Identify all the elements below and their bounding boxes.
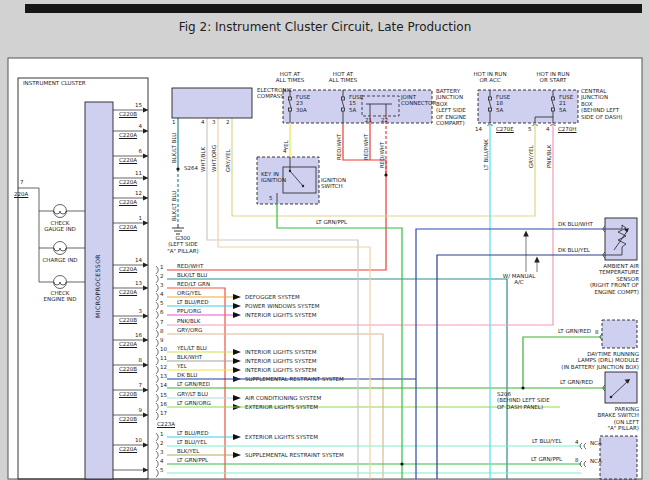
g2-color: BLK/YEL: [177, 448, 199, 454]
g1-pin: 11: [160, 355, 167, 361]
cluster-conn: C220A: [119, 179, 137, 185]
compass-pin: 4: [201, 119, 205, 125]
compass-pin: 1: [172, 119, 176, 125]
cluster-pin: 12: [128, 190, 142, 196]
electronic-compass-label: ELECTRONIC COMPASS: [257, 87, 292, 100]
g1-pin: 3: [160, 282, 164, 288]
cluster-pin: 1: [128, 215, 142, 221]
g1-pin: 2: [160, 273, 164, 279]
cluster-conn: C220A: [119, 199, 137, 205]
hot-at-all-times-label: HOT AT ALL TIMES: [329, 71, 357, 84]
wiring-diagram-page: Fig 2: Instrument Cluster Circuit, Late …: [0, 0, 650, 480]
g1-system: INTERIOR LIGHTS SYSTEM: [245, 367, 317, 373]
joint-connector-label: JOINT CONNECTOR: [401, 94, 436, 107]
cluster-conn: C220A: [119, 157, 137, 163]
drl-pin-8: 8: [595, 329, 599, 335]
cluster-conn: C220A: [119, 446, 137, 452]
ignition-switch-label: IGNITION SWITCH: [321, 177, 346, 190]
instrument-cluster-label: INSTRUMENT CLUSTER: [23, 80, 86, 86]
nca2-pin: 8: [575, 457, 579, 463]
nca1-pin: 4: [575, 439, 579, 445]
nca2-label: NCA: [590, 458, 602, 464]
labels-layer: Fig 2: Instrument Cluster Circuit, Late …: [0, 0, 650, 480]
cluster-conn: C220A: [119, 224, 137, 230]
g2-pin: 5: [160, 467, 164, 473]
wire-label-lt-grn-ppl: LT GRN/PPL: [531, 456, 562, 462]
g1-system: INTERIOR LIGHTS SYSTEM: [245, 312, 317, 318]
microprocessor-label: MICROPROCESSOR: [95, 254, 102, 318]
wire-label-gry-yel: GRY/YEL: [528, 145, 534, 168]
g1-pin: 12: [160, 364, 167, 370]
g2-pin: 2: [160, 440, 164, 446]
wire-label-lt-blu-yel: LT BLU/YEL: [532, 438, 562, 444]
compass-pin: 3: [212, 119, 216, 125]
g1-pin: 13: [160, 373, 167, 379]
parking-brake-switch-label: PARKING BRAKE SWITCH (ON LEFT "A" PILLAR…: [597, 406, 639, 432]
g1-color: DK BLU: [177, 372, 197, 378]
g1-color: GRY/ORG: [177, 327, 202, 333]
cluster-pin: 3: [128, 308, 142, 314]
fuse-21-label: FUSE 21 5A: [559, 94, 573, 113]
g1-system: DEFOGGER SYSTEM: [245, 294, 300, 300]
wire-label-lt-grn-red: LT GRN/RED: [558, 328, 591, 334]
ground-g300-label: G300 (LEFT SIDE "A" PILLAR): [167, 235, 199, 254]
cluster-pin: 10: [128, 437, 142, 443]
jc-pin-21: 21: [365, 117, 372, 123]
splice-s264-label: S264: [184, 165, 198, 171]
g1-color: PPL/ORG: [177, 308, 201, 314]
g2-system: SUPPLEMENTAL RESTRAINT SYSTEM: [245, 452, 344, 458]
g1-pin: 10: [160, 346, 167, 352]
g2-color: LT BLU/YEL: [177, 439, 207, 445]
hot-at-all-times-label: HOT AT ALL TIMES: [276, 71, 304, 84]
cluster-conn: C220A: [119, 266, 137, 272]
g1-color: RED/LT GRN: [177, 281, 210, 287]
hot-in-run-or-acc-label: HOT IN RUN OR ACC: [473, 71, 506, 84]
wire-label-red-wht: RED/WHT: [363, 134, 369, 160]
g1-pin: 1: [160, 264, 164, 270]
conn-c270h-label: C270H: [558, 126, 576, 132]
battery-junction-box-label: BATTERY JUNCTION BOX (LEFT SIDE OF ENGIN…: [436, 88, 466, 126]
conn-c270e-label: C270E: [496, 126, 514, 132]
conn-c223a-label: C223A: [157, 421, 175, 427]
g1-color: PNK/BLK: [177, 318, 200, 324]
g1-system: POWER WINDOWS SYSTEM: [245, 303, 319, 309]
cluster-pin: 4: [128, 123, 142, 129]
g1-color: YEL: [177, 363, 187, 369]
g2-color: LT GRN/PPL: [177, 457, 208, 463]
cluster-pin: 6: [128, 148, 142, 154]
drl-module-label: DAYTIME RUNNING LAMPS (DRL) MODULE (IN B…: [561, 351, 639, 370]
g2-pin: 4: [160, 458, 164, 464]
wire-label-ground: BLK/LT BLU: [171, 191, 177, 221]
cluster-pin: 13: [128, 280, 142, 286]
conn-220a-label: 220A: [14, 191, 28, 197]
wire-label-lt-grn-ppl: LT GRN/PPL: [316, 219, 347, 225]
g1-pin: 17: [160, 410, 167, 416]
g1-pin: 8: [160, 328, 164, 334]
g1-pin: 6: [160, 309, 164, 315]
g1-pin: 14: [160, 382, 167, 388]
fuse-15-label: FUSE 15 5A: [349, 94, 363, 113]
cluster-pin: 16: [128, 332, 142, 338]
g1-system: SUPPLEMENTAL RESTRAINT SYSTEM: [245, 376, 344, 382]
c270e-pin: 14: [475, 126, 482, 132]
fuse-23-label: FUSE 23 30A: [296, 94, 310, 113]
cluster-conn: C220B: [119, 416, 137, 422]
g1-color: GRY/LT BLU: [177, 391, 208, 397]
manual-ac-label: W/ MANUAL A/C: [503, 273, 536, 286]
g1-pin: 9: [160, 337, 164, 343]
jc-pin-22: 22: [381, 117, 388, 123]
g1-color: ORG/YEL: [177, 290, 201, 296]
ignition-pin-5: 5: [269, 195, 273, 201]
ambient-sensor-label: AMBIENT AIR TEMPERATURE SENSOR (RIGHT FR…: [590, 263, 639, 295]
wire-label-blk-lt-blu: BLK/LT BLU: [171, 133, 177, 163]
wire-label-red-wht: RED/WHT: [336, 134, 342, 160]
g1-color: LT BLU/RED: [177, 299, 208, 305]
cluster-conn: C220B: [119, 391, 137, 397]
g1-color: LT GRN/RED: [177, 381, 210, 387]
g1-system: INTERIOR LIGHTS SYSTEM: [245, 358, 317, 364]
g1-system: INTERIOR LIGHTS SYSTEM: [245, 349, 317, 355]
wire-label-pnk-blk: PNK/BLK: [546, 145, 552, 168]
wire-label-lt-grn-red: LT GRN/RED: [560, 379, 593, 385]
g1-pin: 16: [160, 401, 167, 407]
wire-label-dk-blu-yel: DK BLU/YEL: [558, 247, 590, 253]
